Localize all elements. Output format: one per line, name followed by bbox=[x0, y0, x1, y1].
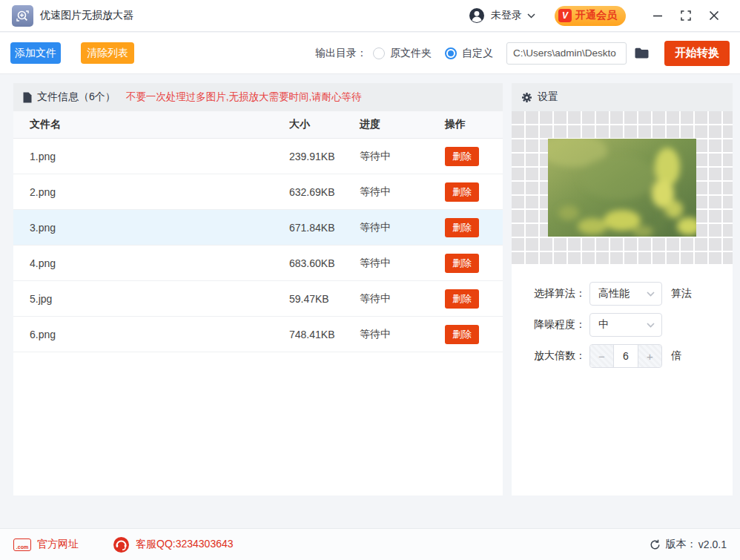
file-panel-header: 文件信息（6个） 不要一次处理过多图片,无损放大需要时间,请耐心等待 bbox=[13, 83, 503, 111]
table-row[interactable]: 6.png 748.41KB 等待中 删除 bbox=[13, 317, 503, 352]
file-list-panel: 文件信息（6个） 不要一次处理过多图片,无损放大需要时间,请耐心等待 文件名 大… bbox=[13, 83, 503, 495]
document-icon bbox=[23, 92, 32, 103]
user-menu[interactable]: 未登录 bbox=[469, 7, 535, 24]
file-panel-title: 文件信息（6个） bbox=[37, 90, 116, 104]
maximize-button[interactable] bbox=[672, 4, 700, 27]
file-name: 1.png bbox=[13, 151, 289, 162]
denoise-value: 中 bbox=[598, 318, 609, 332]
file-size: 239.91KB bbox=[289, 151, 360, 162]
refresh-icon[interactable] bbox=[650, 539, 661, 550]
close-button[interactable] bbox=[700, 4, 728, 27]
minimize-button[interactable] bbox=[644, 4, 672, 27]
table-row[interactable]: 4.png 683.60KB 等待中 删除 bbox=[13, 246, 503, 281]
app-title: 优速图片无损放大器 bbox=[40, 9, 133, 22]
radio-original-label: 原文件夹 bbox=[390, 47, 432, 60]
delete-button[interactable]: 删除 bbox=[445, 182, 479, 202]
file-name: 3.png bbox=[13, 222, 289, 234]
scale-decrease-button[interactable]: − bbox=[590, 345, 614, 367]
support-qq-link[interactable]: 客服QQ:3234303643 bbox=[113, 536, 234, 553]
radio-custom-folder[interactable]: 自定义 bbox=[445, 47, 493, 60]
file-status: 等待中 bbox=[360, 328, 445, 341]
settings-panel-header: 设置 bbox=[512, 83, 733, 111]
preview-image bbox=[548, 139, 696, 237]
scale-value: 6 bbox=[614, 345, 638, 367]
col-filename: 文件名 bbox=[13, 118, 289, 131]
footer: .com 官方网址 客服QQ:3234303643 版本： v2.0.1 bbox=[0, 528, 740, 560]
algorithm-suffix: 算法 bbox=[671, 287, 692, 300]
chevron-down-icon bbox=[647, 291, 655, 297]
app-logo-icon bbox=[12, 5, 33, 27]
customer-service-icon bbox=[113, 536, 130, 553]
chevron-down-icon bbox=[527, 13, 535, 19]
table-row[interactable]: 5.jpg 59.47KB 等待中 删除 bbox=[13, 281, 503, 317]
file-name: 4.png bbox=[13, 257, 289, 269]
output-path-input[interactable] bbox=[506, 42, 627, 65]
algorithm-value: 高性能 bbox=[598, 287, 630, 300]
login-status-label: 未登录 bbox=[491, 9, 522, 22]
delete-button[interactable]: 删除 bbox=[445, 325, 479, 344]
file-status: 等待中 bbox=[360, 150, 445, 163]
preview-checkerboard bbox=[512, 111, 733, 264]
file-size: 671.84KB bbox=[289, 222, 360, 234]
gear-icon bbox=[521, 92, 532, 103]
table-row-selected[interactable]: 3.png 671.84KB 等待中 删除 bbox=[13, 210, 503, 246]
output-dir-label: 输出目录： bbox=[315, 47, 367, 60]
file-status: 等待中 bbox=[360, 185, 445, 199]
algorithm-label: 选择算法： bbox=[534, 287, 589, 300]
col-size: 大小 bbox=[289, 118, 360, 131]
folder-icon bbox=[634, 47, 650, 59]
table-row[interactable]: 2.png 632.69KB 等待中 删除 bbox=[13, 174, 503, 210]
settings-form: 选择算法： 高性能 算法 降噪程度： 中 放大倍数： − 6 bbox=[512, 264, 733, 368]
version-label: 版本： bbox=[666, 538, 697, 551]
file-name: 2.png bbox=[13, 186, 289, 198]
vip-label: 开通会员 bbox=[575, 9, 617, 22]
file-size: 683.60KB bbox=[289, 257, 360, 269]
file-name: 6.png bbox=[13, 329, 289, 340]
file-status: 等待中 bbox=[360, 257, 445, 270]
radio-original-folder[interactable]: 原文件夹 bbox=[373, 47, 432, 60]
scale-row: 放大倍数： − 6 + 倍 bbox=[534, 344, 733, 368]
support-qq-label: 客服QQ:3234303643 bbox=[136, 538, 234, 551]
radio-custom-label: 自定义 bbox=[462, 47, 493, 60]
official-website-link[interactable]: .com 官方网址 bbox=[13, 538, 79, 551]
delete-button[interactable]: 删除 bbox=[445, 147, 479, 166]
start-convert-button[interactable]: 开始转换 bbox=[664, 41, 730, 66]
file-size: 632.69KB bbox=[289, 186, 360, 198]
scale-label: 放大倍数： bbox=[534, 349, 589, 363]
denoise-row: 降噪程度： 中 bbox=[534, 313, 733, 337]
version-info: 版本： v2.0.1 bbox=[650, 538, 727, 551]
settings-panel-title: 设置 bbox=[538, 90, 558, 104]
toolbar: 添加文件 清除列表 输出目录： 原文件夹 自定义 开始转换 bbox=[0, 33, 740, 74]
chevron-down-icon bbox=[647, 323, 655, 328]
file-status: 等待中 bbox=[360, 292, 445, 306]
scale-stepper: − 6 + bbox=[589, 344, 662, 368]
delete-button[interactable]: 删除 bbox=[445, 218, 479, 237]
browse-folder-button[interactable] bbox=[634, 47, 650, 59]
table-header: 文件名 大小 进度 操作 bbox=[13, 111, 503, 139]
add-files-button[interactable]: 添加文件 bbox=[10, 42, 61, 64]
radio-original-circle bbox=[373, 47, 385, 59]
scale-increase-button[interactable]: + bbox=[638, 345, 661, 367]
col-progress: 进度 bbox=[360, 118, 445, 131]
version-value: v2.0.1 bbox=[698, 538, 727, 550]
website-icon: .com bbox=[13, 538, 31, 551]
vip-badge-icon: V bbox=[558, 9, 572, 22]
settings-panel: 设置 bbox=[512, 83, 733, 495]
file-status: 等待中 bbox=[360, 221, 445, 234]
radio-custom-circle bbox=[445, 47, 457, 59]
table-row[interactable]: 1.png 239.91KB 等待中 删除 bbox=[13, 139, 503, 174]
delete-button[interactable]: 删除 bbox=[445, 254, 479, 273]
titlebar: 优速图片无损放大器 未登录 V 开通会员 bbox=[0, 0, 740, 32]
algorithm-select[interactable]: 高性能 bbox=[589, 282, 662, 306]
website-label: 官方网址 bbox=[37, 538, 79, 551]
user-avatar-icon bbox=[469, 7, 485, 24]
algorithm-row: 选择算法： 高性能 算法 bbox=[534, 282, 733, 306]
file-name: 5.jpg bbox=[13, 293, 289, 305]
scale-suffix: 倍 bbox=[671, 349, 681, 363]
vip-upgrade-button[interactable]: V 开通会员 bbox=[555, 6, 626, 26]
delete-button[interactable]: 删除 bbox=[445, 289, 479, 309]
clear-list-button[interactable]: 清除列表 bbox=[81, 42, 134, 64]
denoise-select[interactable]: 中 bbox=[589, 313, 662, 337]
file-panel-warning: 不要一次处理过多图片,无损放大需要时间,请耐心等待 bbox=[126, 90, 362, 104]
file-size: 59.47KB bbox=[289, 293, 360, 305]
